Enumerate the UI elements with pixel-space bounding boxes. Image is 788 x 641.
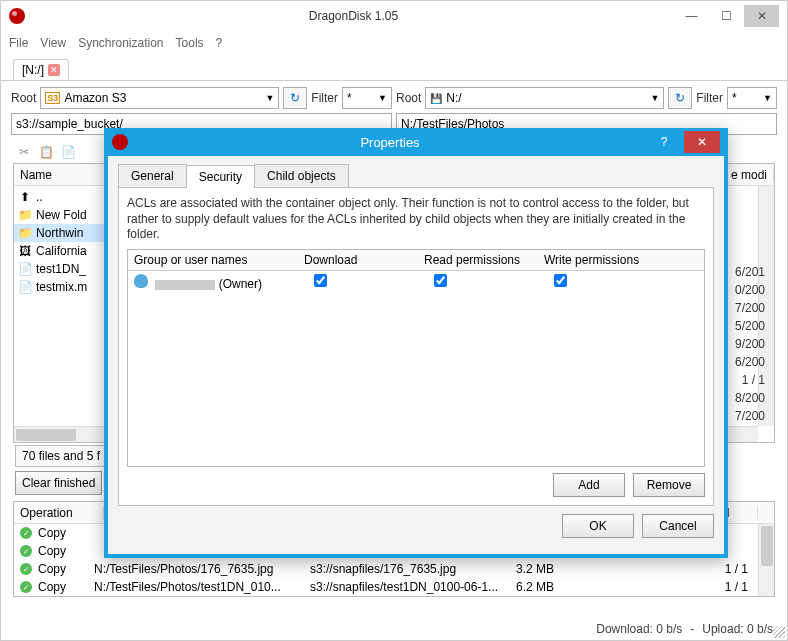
write-checkbox[interactable] [554, 274, 567, 287]
title-bar: DragonDisk 1.05 — ☐ ✕ [1, 1, 787, 31]
help-button[interactable]: ? [646, 131, 682, 153]
cut-icon[interactable]: ✂ [15, 143, 33, 161]
root-select-left[interactable]: S3 Amazon S3 ▼ [40, 87, 279, 109]
cancel-button[interactable]: Cancel [642, 514, 714, 538]
root-select-right[interactable]: 💾 N:/ ▼ [425, 87, 664, 109]
success-icon: ✓ [20, 563, 32, 575]
refresh-left-button[interactable]: ↻ [283, 87, 307, 109]
refresh-icon: ↻ [675, 91, 685, 105]
upload-speed: Upload: 0 b/s [702, 622, 773, 636]
tab-drive[interactable]: [N:/] ✕ [13, 59, 69, 80]
tab-strip: [N:/] ✕ [1, 55, 787, 81]
file-count-status: 70 files and 5 f [15, 445, 107, 467]
tab-child-objects[interactable]: Child objects [254, 164, 349, 187]
success-icon: ✓ [20, 527, 32, 539]
menu-file[interactable]: File [9, 36, 28, 50]
app-icon [9, 8, 25, 24]
close-button[interactable]: ✕ [744, 5, 779, 27]
user-icon [134, 274, 148, 288]
menu-tools[interactable]: Tools [176, 36, 204, 50]
add-button[interactable]: Add [553, 473, 625, 497]
scrollbar-v[interactable] [758, 524, 774, 596]
success-icon: ✓ [20, 545, 32, 557]
menu-bar: File View Synchronization Tools ? [1, 31, 787, 55]
s3-icon: S3 [45, 92, 60, 104]
maximize-button[interactable]: ☐ [709, 5, 744, 27]
col-read[interactable]: Read permissions [418, 250, 538, 270]
file-icon: ⬆ [18, 190, 32, 204]
paste-icon[interactable]: 📄 [59, 143, 77, 161]
security-panel: ACLs are associated with the container o… [118, 187, 714, 506]
owner-label: (Owner) [219, 277, 262, 291]
remove-button[interactable]: Remove [633, 473, 705, 497]
file-icon: 🖼 [18, 244, 32, 258]
file-icon: 📄 [18, 280, 32, 294]
dropdown-arrow-icon: ▼ [265, 93, 274, 103]
dialog-close-button[interactable]: ✕ [684, 131, 720, 153]
redacted-name [155, 280, 215, 290]
success-icon: ✓ [20, 581, 32, 593]
file-icon: 📁 [18, 226, 32, 240]
refresh-right-button[interactable]: ↻ [668, 87, 692, 109]
menu-view[interactable]: View [40, 36, 66, 50]
acl-row-owner[interactable]: (Owner) [128, 271, 704, 294]
window-title: DragonDisk 1.05 [33, 9, 674, 23]
app-icon [112, 134, 128, 150]
col-operation[interactable]: Operation [14, 506, 104, 520]
read-checkbox[interactable] [434, 274, 447, 287]
dialog-title-bar: Properties ? ✕ [104, 128, 728, 156]
ok-button[interactable]: OK [562, 514, 634, 538]
resize-grip[interactable] [773, 626, 785, 638]
col-group-user[interactable]: Group or user names [128, 250, 298, 270]
col-download[interactable]: Download [298, 250, 418, 270]
dialog-title: Properties [136, 135, 644, 150]
properties-dialog: Properties ? ✕ General Security Child ob… [104, 128, 728, 558]
file-icon: 📄 [18, 262, 32, 276]
col-write[interactable]: Write permissions [538, 250, 658, 270]
minimize-button[interactable]: — [674, 5, 709, 27]
filter-label-right: Filter [696, 91, 723, 105]
copy-icon[interactable]: 📋 [37, 143, 55, 161]
tab-label: [N:/] [22, 63, 44, 77]
tab-security[interactable]: Security [186, 165, 255, 188]
acl-table: Group or user names Download Read permis… [127, 249, 705, 467]
download-checkbox[interactable] [314, 274, 327, 287]
operation-row[interactable]: ✓CopyN:/TestFiles/Photos/176_7635.jpgs3:… [14, 560, 774, 578]
filter-label-left: Filter [311, 91, 338, 105]
root-label-right: Root [396, 91, 421, 105]
dialog-tabs: General Security Child objects [118, 164, 714, 187]
filter-select-left[interactable]: *▼ [342, 87, 392, 109]
refresh-icon: ↻ [290, 91, 300, 105]
date-cells: 6/2010/2007/2005/2009/2006/2001 / 18/200… [735, 263, 765, 425]
tab-close-icon[interactable]: ✕ [48, 64, 60, 76]
transfer-status: Download: 0 b/s - Upload: 0 b/s [596, 622, 773, 636]
menu-help[interactable]: ? [216, 36, 223, 50]
download-speed: Download: 0 b/s [596, 622, 682, 636]
drive-icon: 💾 [430, 93, 442, 104]
acl-description: ACLs are associated with the container o… [127, 196, 705, 243]
file-icon: 📁 [18, 208, 32, 222]
col-date[interactable]: e modi [725, 168, 774, 182]
operation-row[interactable]: ✓CopyN:/TestFiles/Photos/test1DN_010...s… [14, 578, 774, 596]
menu-sync[interactable]: Synchronization [78, 36, 163, 50]
filter-select-right[interactable]: *▼ [727, 87, 777, 109]
tab-general[interactable]: General [118, 164, 187, 187]
clear-finished-button[interactable]: Clear finished [15, 471, 102, 495]
root-label-left: Root [11, 91, 36, 105]
